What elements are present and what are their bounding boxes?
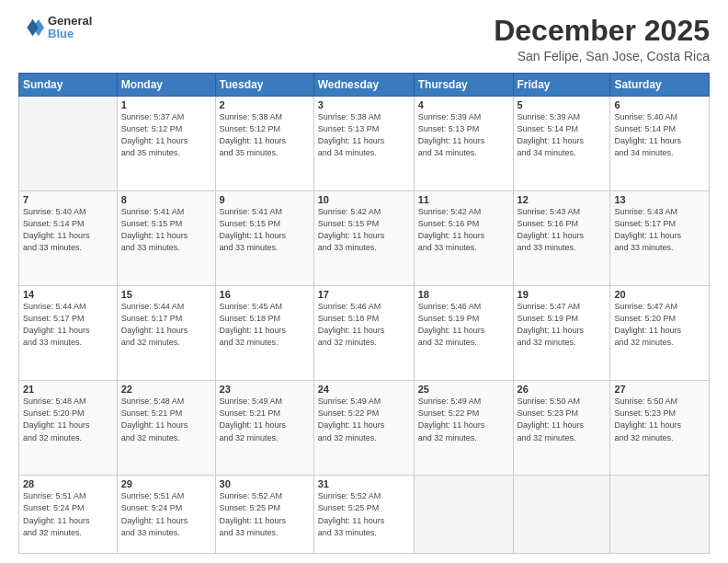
month-title: December 2025	[494, 15, 710, 47]
subtitle: San Felipe, San Jose, Costa Rica	[494, 49, 710, 63]
cell-info: Sunrise: 5:42 AMSunset: 5:16 PMDaylight:…	[418, 206, 509, 254]
cell-info: Sunrise: 5:43 AMSunset: 5:16 PMDaylight:…	[518, 206, 607, 254]
logo-icon	[18, 15, 44, 40]
day-number: 26	[518, 384, 607, 395]
cell-info: Sunrise: 5:38 AMSunset: 5:12 PMDaylight:…	[220, 111, 310, 159]
cell-info: Sunrise: 5:52 AMSunset: 5:25 PMDaylight:…	[220, 490, 310, 538]
calendar-cell: 7Sunrise: 5:40 AMSunset: 5:14 PMDaylight…	[19, 191, 118, 286]
day-number: 19	[518, 289, 607, 300]
calendar-cell: 16Sunrise: 5:45 AMSunset: 5:18 PMDayligh…	[215, 286, 313, 381]
day-number: 12	[518, 194, 607, 205]
calendar-cell: 21Sunrise: 5:48 AMSunset: 5:20 PMDayligh…	[19, 381, 118, 476]
calendar-week-1: 1Sunrise: 5:37 AMSunset: 5:12 PMDaylight…	[19, 97, 710, 191]
day-number: 25	[418, 384, 509, 395]
cell-info: Sunrise: 5:44 AMSunset: 5:17 PMDaylight:…	[23, 301, 113, 349]
calendar-cell: 22Sunrise: 5:48 AMSunset: 5:21 PMDayligh…	[117, 381, 215, 476]
day-number: 5	[518, 99, 607, 110]
cell-info: Sunrise: 5:44 AMSunset: 5:17 PMDaylight:…	[121, 301, 211, 349]
cell-info: Sunrise: 5:45 AMSunset: 5:18 PMDaylight:…	[220, 301, 310, 349]
cell-info: Sunrise: 5:40 AMSunset: 5:14 PMDaylight:…	[614, 111, 705, 159]
day-number: 28	[23, 478, 113, 489]
calendar-header-row: SundayMondayTuesdayWednesdayThursdayFrid…	[19, 74, 710, 97]
header: General Blue December 2025 San Felipe, S…	[18, 15, 710, 63]
day-number: 1	[121, 99, 211, 110]
calendar-cell: 1Sunrise: 5:37 AMSunset: 5:12 PMDaylight…	[117, 97, 215, 191]
calendar-cell: 29Sunrise: 5:51 AMSunset: 5:24 PMDayligh…	[117, 476, 215, 554]
calendar-cell: 8Sunrise: 5:41 AMSunset: 5:15 PMDaylight…	[117, 191, 215, 286]
cell-info: Sunrise: 5:51 AMSunset: 5:24 PMDaylight:…	[23, 490, 113, 538]
calendar-cell: 2Sunrise: 5:38 AMSunset: 5:12 PMDaylight…	[215, 97, 313, 191]
day-number: 27	[614, 384, 705, 395]
logo-line1: General	[48, 15, 92, 28]
cell-info: Sunrise: 5:49 AMSunset: 5:21 PMDaylight:…	[220, 396, 310, 443]
cell-info: Sunrise: 5:51 AMSunset: 5:24 PMDaylight:…	[121, 490, 211, 538]
cell-info: Sunrise: 5:43 AMSunset: 5:17 PMDaylight:…	[614, 206, 705, 254]
calendar-cell: 5Sunrise: 5:39 AMSunset: 5:14 PMDaylight…	[513, 97, 610, 191]
cell-info: Sunrise: 5:48 AMSunset: 5:20 PMDaylight:…	[23, 396, 113, 443]
calendar-table: SundayMondayTuesdayWednesdayThursdayFrid…	[18, 73, 710, 554]
cell-info: Sunrise: 5:49 AMSunset: 5:22 PMDaylight:…	[418, 396, 509, 443]
calendar-cell	[610, 476, 710, 554]
cell-info: Sunrise: 5:39 AMSunset: 5:14 PMDaylight:…	[518, 111, 607, 159]
calendar-week-5: 28Sunrise: 5:51 AMSunset: 5:24 PMDayligh…	[19, 476, 710, 554]
cell-info: Sunrise: 5:47 AMSunset: 5:20 PMDaylight:…	[614, 301, 705, 349]
calendar-cell: 28Sunrise: 5:51 AMSunset: 5:24 PMDayligh…	[19, 476, 118, 554]
day-number: 23	[220, 384, 310, 395]
calendar-weekday-monday: Monday	[117, 74, 215, 97]
cell-info: Sunrise: 5:41 AMSunset: 5:15 PMDaylight:…	[220, 206, 310, 254]
calendar-cell: 24Sunrise: 5:49 AMSunset: 5:22 PMDayligh…	[313, 381, 414, 476]
calendar-week-4: 21Sunrise: 5:48 AMSunset: 5:20 PMDayligh…	[19, 381, 710, 476]
calendar-cell: 26Sunrise: 5:50 AMSunset: 5:23 PMDayligh…	[513, 381, 610, 476]
calendar-cell: 18Sunrise: 5:46 AMSunset: 5:19 PMDayligh…	[414, 286, 513, 381]
calendar-cell: 6Sunrise: 5:40 AMSunset: 5:14 PMDaylight…	[610, 97, 710, 191]
calendar-weekday-wednesday: Wednesday	[313, 74, 414, 97]
day-number: 9	[220, 194, 310, 205]
calendar-cell	[414, 476, 513, 554]
day-number: 11	[418, 194, 509, 205]
calendar-weekday-tuesday: Tuesday	[215, 74, 313, 97]
day-number: 18	[418, 289, 509, 300]
logo-text: General Blue	[48, 15, 92, 41]
calendar-cell: 27Sunrise: 5:50 AMSunset: 5:23 PMDayligh…	[610, 381, 710, 476]
calendar-week-3: 14Sunrise: 5:44 AMSunset: 5:17 PMDayligh…	[19, 286, 710, 381]
calendar-cell: 12Sunrise: 5:43 AMSunset: 5:16 PMDayligh…	[513, 191, 610, 286]
calendar-week-2: 7Sunrise: 5:40 AMSunset: 5:14 PMDaylight…	[19, 191, 710, 286]
calendar-cell: 30Sunrise: 5:52 AMSunset: 5:25 PMDayligh…	[215, 476, 313, 554]
calendar-cell: 9Sunrise: 5:41 AMSunset: 5:15 PMDaylight…	[215, 191, 313, 286]
cell-info: Sunrise: 5:40 AMSunset: 5:14 PMDaylight:…	[23, 206, 113, 254]
calendar-cell: 15Sunrise: 5:44 AMSunset: 5:17 PMDayligh…	[117, 286, 215, 381]
calendar-cell: 14Sunrise: 5:44 AMSunset: 5:17 PMDayligh…	[19, 286, 118, 381]
calendar-cell: 3Sunrise: 5:38 AMSunset: 5:13 PMDaylight…	[313, 97, 414, 191]
day-number: 24	[318, 384, 410, 395]
logo-line2: Blue	[48, 28, 92, 40]
calendar-cell: 17Sunrise: 5:46 AMSunset: 5:18 PMDayligh…	[313, 286, 414, 381]
day-number: 2	[220, 99, 310, 110]
cell-info: Sunrise: 5:38 AMSunset: 5:13 PMDaylight:…	[318, 111, 410, 159]
day-number: 15	[121, 289, 211, 300]
day-number: 31	[318, 478, 410, 489]
logo: General Blue	[18, 15, 92, 41]
day-number: 22	[121, 384, 211, 395]
calendar-cell: 23Sunrise: 5:49 AMSunset: 5:21 PMDayligh…	[215, 381, 313, 476]
calendar-cell: 19Sunrise: 5:47 AMSunset: 5:19 PMDayligh…	[513, 286, 610, 381]
day-number: 14	[23, 289, 113, 300]
calendar-cell	[513, 476, 610, 554]
page: General Blue December 2025 San Felipe, S…	[0, 0, 728, 563]
day-number: 3	[318, 99, 410, 110]
day-number: 20	[614, 289, 705, 300]
calendar-cell	[19, 97, 118, 191]
svg-marker-1	[27, 19, 38, 37]
cell-info: Sunrise: 5:46 AMSunset: 5:19 PMDaylight:…	[418, 301, 509, 349]
cell-info: Sunrise: 5:46 AMSunset: 5:18 PMDaylight:…	[318, 301, 410, 349]
day-number: 4	[418, 99, 509, 110]
calendar-cell: 4Sunrise: 5:39 AMSunset: 5:13 PMDaylight…	[414, 97, 513, 191]
cell-info: Sunrise: 5:50 AMSunset: 5:23 PMDaylight:…	[614, 396, 705, 443]
day-number: 6	[614, 99, 705, 110]
calendar-weekday-saturday: Saturday	[610, 74, 710, 97]
day-number: 13	[614, 194, 705, 205]
day-number: 21	[23, 384, 113, 395]
calendar-weekday-friday: Friday	[513, 74, 610, 97]
cell-info: Sunrise: 5:50 AMSunset: 5:23 PMDaylight:…	[518, 396, 607, 443]
title-block: December 2025 San Felipe, San Jose, Cost…	[494, 15, 710, 63]
day-number: 30	[220, 478, 310, 489]
